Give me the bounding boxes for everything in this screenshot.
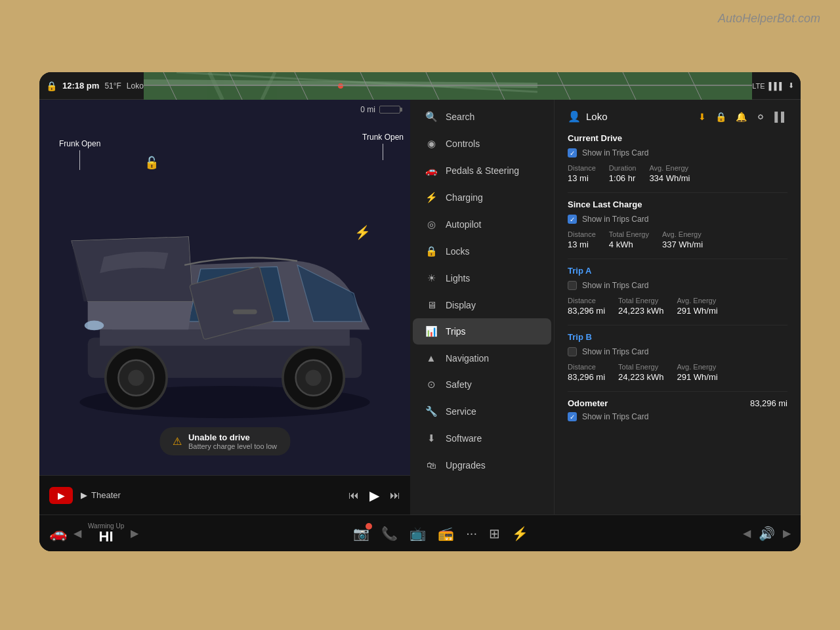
prev-track-button[interactable]: ⏮ (348, 490, 359, 501)
menu-panel: 🔍 Search ◉ Controls 🚗 Pedals & Steering … (410, 100, 555, 514)
car-panel: 0 mi Frunk Open Trunk Open 🔓 ⚡ (39, 100, 410, 514)
trip-b-avg-energy: Avg. Energy 291 Wh/mi (677, 363, 717, 382)
menu-item-controls[interactable]: ◉ Controls (413, 131, 551, 157)
slc-distance: Distance 13 mi (568, 230, 596, 249)
camera-taskbar-button[interactable]: 📷 (353, 526, 369, 541)
taskbar: 🚗 ◀ Warming Up HI ▶ 📷 📞 📺 📻 ··· ⊞ ⚡ ◀ 🔊 … (39, 514, 801, 551)
svg-point-5 (338, 83, 343, 89)
trip-b-checkbox-row[interactable]: Show in Trips Card (568, 347, 788, 356)
menu-label-locks: Locks (446, 246, 470, 257)
svg-point-10 (128, 370, 144, 387)
lock-icon: 🔒 (46, 81, 57, 91)
next-track-button[interactable]: ⏭ (390, 490, 400, 501)
trip-b-section: Trip B Show in Trips Card Distance 83,29… (568, 332, 788, 382)
trip-a-checkbox-label: Show in Trips Card (582, 281, 648, 290)
taskbar-nav-right[interactable]: ▶ (131, 527, 138, 539)
since-last-charge-checkbox-row[interactable]: ✓ Show in Trips Card (568, 215, 788, 224)
svg-line-1 (144, 82, 537, 85)
battery-indicator (379, 106, 400, 114)
download-indicator-icon: ⬇ (698, 112, 706, 122)
menu-label-controls: Controls (446, 138, 480, 149)
taskbar-nav-left[interactable]: ◀ (74, 527, 81, 539)
menu-item-locks[interactable]: 🔒 Locks (413, 238, 551, 264)
phone-taskbar-button[interactable]: 📞 (381, 526, 398, 541)
menu-item-pedals[interactable]: 🚗 Pedals & Steering (413, 158, 551, 184)
since-last-charge-title: Since Last Charge (568, 200, 788, 209)
odometer-checkbox[interactable]: ✓ (568, 412, 577, 421)
right-section: 🔍 Search ◉ Controls 🚗 Pedals & Steering … (410, 100, 801, 514)
lock-status-icon: 🔒 (715, 112, 726, 122)
menu-item-software[interactable]: ⬇ Software (413, 425, 551, 452)
current-drive-checkbox[interactable]: ✓ (568, 148, 577, 158)
svg-line-3 (262, 72, 275, 100)
divider-4 (568, 391, 788, 392)
menu-item-trips[interactable]: 📊 Trips (413, 318, 551, 345)
divider-1 (568, 192, 788, 193)
media-taskbar-button[interactable]: 📺 (410, 526, 426, 541)
menu-item-search[interactable]: 🔍 Search (413, 104, 551, 130)
trips-icon: 📊 (425, 326, 438, 337)
user-header: 👤 Loko ⬇ 🔒 🔔 ⭘ ▌▌ (568, 110, 788, 123)
svg-line-4 (177, 72, 537, 92)
trip-b-distance: Distance 83,296 mi (568, 363, 605, 382)
menu-item-upgrades[interactable]: 🛍 Upgrades (413, 452, 551, 478)
trip-b-total-energy: Total Energy 24,223 kWh (618, 363, 663, 382)
nav-next-button[interactable]: ▶ (783, 527, 791, 539)
menu-item-safety[interactable]: ⊙ Safety (413, 371, 551, 398)
volume-button[interactable]: 🔊 (759, 526, 775, 541)
play-pause-button[interactable]: ▶ (369, 488, 379, 503)
trip-a-checkbox-row[interactable]: Show in Trips Card (568, 281, 788, 290)
trip-b-label: Trip B (568, 332, 788, 342)
taskbar-center: 📷 📞 📺 📻 ··· ⊞ ⚡ (144, 526, 738, 541)
menu-item-autopilot[interactable]: ◎ Autopilot (413, 211, 551, 238)
since-last-charge-checkbox-label: Show in Trips Card (582, 215, 648, 224)
odometer-label: Odometer (568, 398, 608, 408)
user-name-text: Loko (586, 111, 608, 122)
menu-item-navigation[interactable]: ▲ Navigation (413, 345, 551, 371)
radio-taskbar-button[interactable]: 📻 (438, 526, 454, 541)
svg-rect-0 (144, 72, 752, 100)
slc-avg-energy: Avg. Energy 337 Wh/mi (662, 230, 703, 249)
screen: 🔒 12:18 pm 51°F Loko LTE ▌▌▌ ⬇ 0 m (39, 72, 801, 551)
car-home-icon[interactable]: 🚗 (49, 525, 67, 542)
nav-prev-button[interactable]: ◀ (743, 527, 751, 539)
more-taskbar-button[interactable]: ··· (466, 526, 477, 541)
grid-taskbar-button[interactable]: ⊞ (489, 526, 500, 541)
current-drive-stats: Distance 13 mi Duration 1:06 hr Avg. Ene… (568, 164, 788, 183)
odometer-row: Odometer 83,296 mi (568, 398, 788, 408)
navigation-icon: ▲ (425, 352, 438, 364)
header-action-icons: ⬇ 🔒 🔔 ⭘ ▌▌ (698, 112, 788, 122)
bluetooth-taskbar-button[interactable]: ⚡ (512, 526, 528, 541)
odometer-checkbox-row[interactable]: ✓ Show in Trips Card (568, 412, 788, 421)
watermark: AutoHelperBot.com (718, 12, 820, 26)
media-title-text: Theater (91, 490, 121, 500)
trip-b-checkbox-label: Show in Trips Card (582, 347, 648, 356)
taskbar-right: ◀ 🔊 ▶ (743, 526, 791, 541)
trip-b-checkbox[interactable] (568, 347, 577, 356)
trip-a-checkbox[interactable] (568, 281, 577, 290)
menu-item-service[interactable]: 🔧 Service (413, 398, 551, 425)
upgrades-icon: 🛍 (425, 459, 438, 471)
trip-a-total-energy: Total Energy 24,223 kWh (618, 297, 663, 316)
trip-a-distance: Distance 83,296 mi (568, 297, 605, 316)
since-last-charge-checkbox[interactable]: ✓ (568, 215, 577, 224)
menu-item-display[interactable]: 🖥 Display (413, 292, 551, 318)
temperature-value: HI (99, 530, 114, 544)
menu-item-charging[interactable]: ⚡ Charging (413, 184, 551, 211)
software-icon: ⬇ (425, 432, 438, 444)
warning-banner: ⚠ Unable to drive Battery charge level t… (159, 427, 290, 455)
menu-item-lights[interactable]: ☀ Lights (413, 265, 551, 291)
warning-icon: ⚠ (173, 435, 182, 448)
menu-label-lights: Lights (446, 273, 470, 284)
svg-point-15 (85, 321, 104, 331)
menu-label-trips: Trips (446, 326, 466, 337)
media-controls[interactable]: ⏮ ▶ ⏭ (348, 488, 400, 503)
since-last-charge-section: Since Last Charge ✓ Show in Trips Card D… (568, 200, 788, 249)
current-drive-checkbox-label: Show in Trips Card (582, 148, 648, 158)
car-display: Frunk Open Trunk Open 🔓 ⚡ (39, 119, 410, 475)
map-preview (144, 72, 752, 100)
current-drive-checkbox-row[interactable]: ✓ Show in Trips Card (568, 148, 788, 158)
frunk-label: Frunk Open (59, 139, 100, 170)
autopilot-icon: ◎ (425, 219, 438, 230)
menu-label-upgrades: Upgrades (446, 460, 486, 471)
